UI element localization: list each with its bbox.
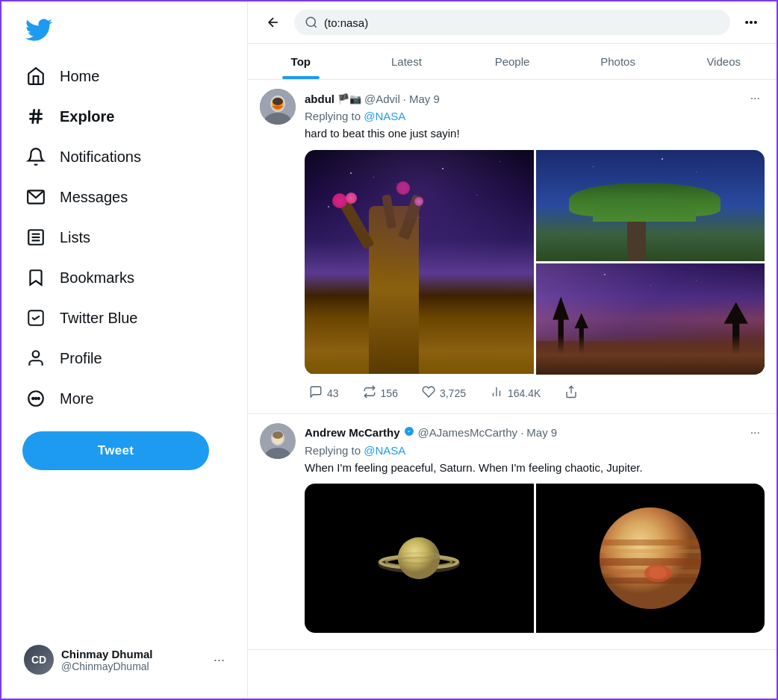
sidebar-item-more-label: More — [60, 391, 94, 406]
hashtag-icon — [25, 106, 46, 127]
sidebar-item-notifications[interactable]: Notifications — [16, 137, 232, 176]
retweet-count-1: 156 — [381, 387, 398, 399]
sidebar-item-lists-label: Lists — [60, 230, 90, 245]
share-button-1[interactable] — [560, 382, 582, 404]
image-baobab[interactable] — [305, 150, 534, 374]
tweet-header-1: abdul 🏴📷 @Advil · May 9 ··· — [305, 89, 765, 108]
like-button-1[interactable]: 3,725 — [417, 382, 470, 404]
more-options-button[interactable] — [738, 9, 765, 36]
reply-to-1: Replying to @NASA — [305, 110, 765, 122]
user-handle: @ChinmayDhumal — [61, 660, 206, 672]
tweet-body-1: abdul 🏴📷 @Advil · May 9 ··· Replying to … — [305, 89, 765, 404]
tweet-emoji-flags: 🏴📷 — [337, 93, 361, 104]
saturn-svg — [374, 525, 464, 592]
svg-line-2 — [33, 109, 34, 124]
views-count-1: 164.4K — [508, 387, 541, 399]
image-saturn[interactable] — [305, 484, 534, 633]
reply-to-2: Replying to @NASA — [305, 444, 765, 457]
tweet-handle-1: @Advil — [364, 93, 400, 105]
svg-rect-45 — [600, 540, 701, 546]
tabs: Top Latest People Photos Videos — [248, 44, 777, 80]
svg-rect-46 — [600, 549, 701, 553]
tweet-handle-2: @AJamesMcCarthy — [418, 426, 518, 439]
tab-people[interactable]: People — [459, 44, 565, 79]
verified-badge — [403, 425, 415, 440]
comment-count-1: 43 — [327, 387, 339, 399]
image-dragon-tree[interactable] — [536, 150, 765, 261]
image-milky-way[interactable] — [536, 263, 765, 375]
tweet-date-1: May 9 — [409, 93, 440, 105]
tab-photos[interactable]: Photos — [565, 44, 671, 79]
user-info: Chinmay Dhumal @ChinmayDhumal — [61, 648, 206, 672]
svg-line-17 — [314, 25, 316, 27]
tweet-images-2 — [305, 484, 765, 633]
sidebar-item-notifications-label: Notifications — [60, 149, 141, 164]
tweet-card: abdul 🏴📷 @Advil · May 9 ··· Replying to … — [248, 80, 777, 414]
sidebar-item-messages[interactable]: Messages — [16, 178, 232, 216]
search-input[interactable] — [324, 16, 720, 29]
tab-top[interactable]: Top — [248, 44, 354, 79]
sidebar-item-home-label: Home — [60, 69, 99, 84]
tweet-options-button-2[interactable]: ··· — [746, 423, 765, 443]
user-more-icon: ··· — [214, 652, 225, 668]
tweet-button[interactable]: Tweet — [22, 431, 209, 470]
sidebar: Home Explore Notifications — [1, 1, 248, 699]
bell-icon — [25, 146, 46, 167]
tab-videos[interactable]: Videos — [670, 44, 777, 79]
comment-icon — [309, 385, 323, 401]
sidebar-item-more[interactable]: More — [16, 379, 232, 418]
heart-icon — [422, 385, 435, 401]
image-jupiter[interactable] — [536, 484, 765, 633]
tweet-user-info-2: Andrew McCarthy @AJamesMcCarthy · May 9 — [305, 425, 557, 440]
feed: abdul 🏴📷 @Advil · May 9 ··· Replying to … — [248, 80, 777, 699]
top-bar — [248, 1, 777, 44]
user-avatar: CD — [24, 645, 54, 675]
main-content: Top Latest People Photos Videos — [248, 1, 777, 699]
home-icon — [25, 66, 46, 87]
search-icon — [305, 16, 318, 29]
svg-point-10 — [33, 351, 40, 357]
sidebar-item-lists[interactable]: Lists — [16, 218, 232, 257]
reply-to-handle-1: @NASA — [364, 110, 405, 122]
comment-button-1[interactable]: 43 — [305, 382, 343, 404]
sidebar-item-profile-label: Profile — [60, 351, 102, 366]
tweet-images-1 — [305, 150, 765, 375]
views-button-1[interactable]: 164.4K — [485, 382, 545, 404]
twitter-blue-icon — [25, 307, 46, 328]
tweet-user-info-1: abdul 🏴📷 @Advil · May 9 — [305, 93, 440, 105]
chart-icon — [490, 385, 503, 401]
person-icon — [25, 348, 46, 369]
jupiter-svg — [591, 499, 710, 618]
svg-line-3 — [37, 109, 39, 124]
sidebar-item-explore[interactable]: Explore — [16, 97, 232, 136]
svg-point-26 — [273, 98, 283, 105]
tab-latest[interactable]: Latest — [354, 44, 460, 79]
tweet-text-2: When I'm feeling peaceful, Saturn. When … — [305, 460, 765, 477]
tweet-text-1: hard to beat this one just sayin! — [305, 125, 765, 143]
tweet-actions-1: 43 156 — [305, 382, 765, 404]
sidebar-item-messages-label: Messages — [60, 190, 128, 204]
envelope-icon — [25, 187, 46, 207]
sidebar-item-bookmarks-label: Bookmarks — [60, 270, 134, 285]
sidebar-item-explore-label: Explore — [60, 109, 114, 124]
svg-point-35 — [273, 431, 283, 439]
sidebar-item-home[interactable]: Home — [16, 57, 232, 96]
tweet-display-name-1: abdul — [305, 93, 334, 105]
sidebar-item-profile[interactable]: Profile — [16, 339, 232, 378]
sidebar-item-twitter-blue[interactable]: Twitter Blue — [16, 299, 232, 337]
user-profile-row[interactable]: CD Chinmay Dhumal @ChinmayDhumal ··· — [16, 636, 232, 684]
tweet-card-2: Andrew McCarthy @AJamesMcCarthy · May 9 … — [248, 414, 777, 651]
svg-point-12 — [32, 398, 34, 399]
svg-point-20 — [755, 22, 757, 24]
tweet-date-2: May 9 — [526, 426, 557, 439]
bookmark-icon — [25, 267, 46, 288]
tweet-display-name-2: Andrew McCarthy — [305, 426, 400, 439]
back-button[interactable] — [260, 9, 287, 36]
svg-point-18 — [746, 22, 748, 24]
twitter-logo[interactable] — [16, 9, 232, 54]
tweet-options-button-1[interactable]: ··· — [746, 89, 765, 108]
sidebar-item-bookmarks[interactable]: Bookmarks — [16, 258, 232, 297]
svg-point-14 — [38, 398, 40, 399]
tweet-avatar-andrew — [260, 423, 296, 459]
retweet-button-1[interactable]: 156 — [358, 382, 402, 404]
